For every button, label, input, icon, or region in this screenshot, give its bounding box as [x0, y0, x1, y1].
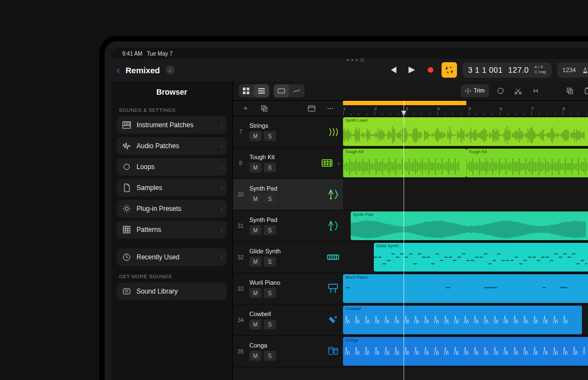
region[interactable]: Conga — [343, 337, 588, 366]
track-instrument-icon — [326, 345, 340, 358]
ruler-bar-number: 3 — [406, 106, 408, 111]
chevron-right-icon: › — [221, 227, 222, 233]
solo-button[interactable]: S — [264, 225, 276, 235]
region-row[interactable]: Glide Synth — [343, 242, 588, 273]
track-header[interactable]: 32Glide SynthMS — [233, 242, 343, 273]
ruler[interactable]: 123456789 — [343, 101, 588, 116]
track-number: 33 — [236, 286, 245, 292]
grid-icon — [122, 225, 131, 234]
chevron-right-icon: › — [221, 122, 222, 128]
view-regions-button[interactable] — [274, 84, 289, 97]
ruler-bar-number: 1 — [343, 106, 345, 111]
region[interactable]: Glide Synth — [374, 243, 588, 272]
mute-button[interactable]: M — [249, 288, 262, 298]
solo-button[interactable]: S — [264, 319, 276, 329]
rewind-button[interactable] — [385, 62, 401, 78]
mute-button[interactable]: M — [249, 162, 262, 172]
ruler-bar-number: 2 — [374, 106, 377, 111]
svg-point-30 — [334, 349, 337, 350]
solo-button[interactable]: S — [264, 288, 276, 298]
track-header[interactable]: 31Synth PadMS — [233, 210, 343, 242]
track-view-button[interactable] — [304, 102, 319, 115]
sidebar-item-plug-in-presets[interactable]: Plug-in Presets› — [117, 200, 227, 218]
solo-button[interactable]: S — [264, 351, 276, 361]
project-menu-chevron[interactable]: ⌄ — [166, 66, 175, 74]
library-icon — [122, 287, 131, 296]
track-header[interactable]: 35CongaMS — [233, 336, 343, 367]
mute-button[interactable]: M — [249, 131, 262, 141]
view-automation-button[interactable] — [289, 84, 304, 97]
view-grid-button[interactable] — [238, 84, 254, 97]
sidebar-item-samples[interactable]: Samples› — [117, 179, 227, 197]
track-number: 35 — [236, 349, 245, 355]
region-row[interactable]: Synth Lead — [343, 116, 588, 148]
sidebar-item-audio-patches[interactable]: Audio Patches› — [117, 137, 227, 155]
sidebar-item-recent[interactable]: Recently Used › — [117, 248, 227, 266]
trim-tool[interactable]: Trim — [461, 84, 489, 97]
svg-point-3 — [125, 207, 128, 210]
mute-button[interactable]: M — [249, 319, 262, 329]
region-row[interactable]: Tough KitTough Kit — [343, 148, 588, 179]
region[interactable]: Wurli Piano — [343, 274, 588, 303]
svg-rect-27 — [329, 284, 337, 289]
track-number: 31 — [236, 223, 245, 229]
track-instrument-icon — [326, 251, 340, 264]
region[interactable]: Synth Pad — [351, 211, 588, 240]
solo-button[interactable]: S — [264, 257, 276, 267]
sidebar-item-patterns[interactable]: Patterns› — [117, 221, 227, 238]
mute-button[interactable]: M — [249, 194, 262, 204]
count-in-button[interactable]: 1234 — [557, 62, 588, 78]
mute-button[interactable]: M — [249, 225, 262, 235]
solo-button[interactable]: S — [264, 194, 276, 204]
project-title[interactable]: Remixed — [126, 66, 160, 75]
region[interactable]: Cowbell — [343, 306, 582, 334]
add-track-button[interactable]: ＋ — [238, 102, 253, 115]
region-row[interactable]: CowbellCowbell — [343, 305, 588, 336]
paste-tool[interactable] — [580, 84, 588, 97]
region[interactable]: Tough Kit — [466, 149, 588, 177]
track-header[interactable]: 7StringsMS — [233, 116, 343, 148]
track-header[interactable]: 30Synth PadMS — [233, 179, 343, 210]
mute-button[interactable]: M — [249, 257, 262, 267]
playhead[interactable] — [404, 101, 404, 380]
track-header[interactable]: 34CowbellMS — [233, 305, 343, 336]
track-headers: ＋ ⋯ 7StringsMS8Tough KitMS›30Synth PadMS… — [233, 101, 343, 380]
browser-title: Browser — [117, 81, 227, 103]
back-button[interactable]: ‹ — [117, 64, 120, 76]
tempo-display: 127.0 — [508, 66, 529, 74]
solo-button[interactable]: S — [264, 162, 276, 172]
track-header[interactable]: 33Wurli PianoMS — [233, 273, 343, 305]
region-row[interactable] — [343, 179, 588, 210]
sidebar-item-instrument-patches[interactable]: Instrument Patches› — [117, 116, 227, 134]
region-row[interactable]: Synth Pad — [343, 210, 588, 242]
region-row[interactable]: Conga — [343, 336, 588, 367]
region[interactable]: Tough Kit — [343, 149, 466, 177]
scissors-tool[interactable] — [511, 84, 525, 97]
region-label: Conga — [345, 338, 358, 343]
svg-rect-8 — [247, 88, 249, 90]
lcd-display[interactable]: 3 1 1 001 127.0 4 / 4 C maj — [462, 62, 551, 78]
region[interactable]: Synth Lead — [343, 117, 588, 146]
mute-button[interactable]: M — [249, 351, 262, 361]
track-name: Wurli Piano — [249, 279, 322, 286]
duplicate-track-button[interactable] — [257, 102, 271, 115]
timeline[interactable]: 123456789 Synth LeadTough KitTough KitSy… — [343, 101, 588, 380]
track-instrument-icon — [326, 282, 340, 295]
track-header[interactable]: 8Tough KitMS› — [233, 148, 343, 179]
play-button[interactable] — [404, 62, 420, 78]
track-number: 32 — [236, 254, 245, 260]
cycle-button[interactable] — [442, 62, 457, 78]
track-name: Strings — [249, 122, 322, 129]
sidebar-item-sound-library[interactable]: Sound Library — [117, 283, 227, 300]
record-button[interactable] — [423, 62, 438, 78]
join-tool[interactable] — [529, 84, 543, 97]
loop-tool[interactable] — [493, 84, 508, 97]
track-options-button[interactable]: ⋯ — [323, 102, 337, 115]
solo-button[interactable]: S — [264, 131, 276, 141]
region-row[interactable]: Wurli Piano — [343, 273, 588, 305]
copy-tool[interactable] — [563, 84, 577, 97]
sidebar-item-loops[interactable]: Loops› — [117, 158, 227, 176]
track-name: Synth Pad — [249, 216, 322, 223]
view-list-button[interactable] — [254, 84, 269, 97]
expand-button[interactable]: › — [338, 160, 340, 166]
